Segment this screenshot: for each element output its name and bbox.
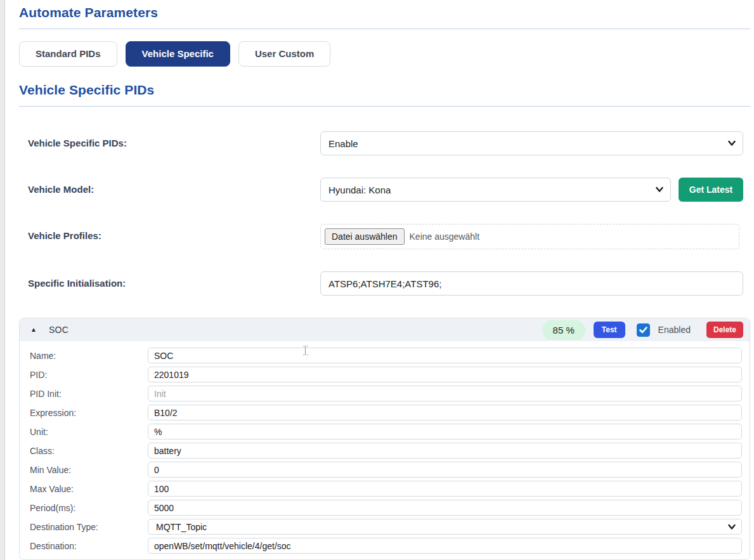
expression-label: Expression: [30, 407, 148, 418]
tab-bar: Standard PIDs Vehicle Specific User Cust… [19, 41, 750, 67]
soc-row-destination: Destination: [30, 538, 742, 554]
pid-init-input[interactable] [148, 386, 742, 401]
page-title: Automate Parameters [19, 5, 750, 20]
file-status-text: Keine ausgewählt [410, 231, 480, 242]
min-value-label: Min Value: [30, 464, 148, 475]
file-choose-button[interactable]: Datei auswählen [325, 228, 405, 245]
soc-panel-controls: 85 % Test Enabled Delete [542, 320, 743, 340]
name-label: Name: [30, 350, 148, 361]
destination-label: Destination: [30, 540, 148, 551]
soc-row-class: Class: [30, 443, 742, 459]
vehicle-profiles-file-input[interactable]: Datei auswählen Keine ausgewählt [320, 224, 739, 249]
soc-row-unit: Unit: [30, 424, 742, 440]
test-button[interactable]: Test [594, 322, 625, 338]
min-value-input[interactable] [148, 462, 742, 478]
pid-input[interactable] [148, 367, 742, 382]
destination-type-label: Destination Type: [30, 521, 148, 532]
soc-row-pid: PID: [30, 367, 742, 382]
soc-row-pid-init: PID Init: [30, 386, 742, 401]
name-input[interactable] [148, 348, 742, 363]
soc-panel: ▲ SOC 85 % Test Enabled Delete Name: PID… [19, 318, 750, 560]
class-label: Class: [30, 445, 148, 456]
soc-panel-body: Name: PID: PID Init: Expression: Unit: C [20, 341, 750, 559]
pid-label: PID: [30, 369, 148, 380]
soc-row-max-value: Max Value: [30, 481, 742, 497]
vehicle-model-select[interactable]: Hyundai: Kona [320, 178, 671, 202]
expression-input[interactable] [148, 405, 742, 420]
unit-input[interactable] [148, 424, 742, 440]
get-latest-button[interactable]: Get Latest [679, 178, 743, 202]
specific-initialisation-input[interactable] [320, 271, 743, 296]
vehicle-specific-pids-select[interactable]: Enable [320, 131, 743, 155]
soc-row-expression: Expression: [30, 405, 742, 420]
max-value-input[interactable] [148, 481, 742, 497]
period-label: Period(ms): [30, 502, 148, 513]
row-vehicle-model: Vehicle Model: Hyundai: Kona Get Latest [19, 178, 750, 202]
vehicle-profiles-label: Vehicle Profiles: [19, 224, 320, 241]
soc-panel-title: SOC [49, 325, 68, 335]
soc-row-name: Name: [30, 348, 742, 363]
destination-type-select[interactable]: MQTT_Topic [148, 519, 742, 535]
destination-input[interactable] [148, 538, 742, 554]
tab-standard-pids[interactable]: Standard PIDs [19, 41, 117, 67]
vehicle-model-label: Vehicle Model: [19, 178, 320, 195]
row-specific-initialisation: Specific Initialisation: [19, 271, 750, 296]
class-input[interactable] [148, 443, 742, 459]
unit-label: Unit: [30, 426, 148, 437]
delete-button[interactable]: Delete [706, 322, 743, 338]
specific-initialisation-label: Specific Initialisation: [19, 271, 320, 289]
soc-row-min-value: Min Value: [30, 462, 742, 478]
section-title: Vehicle Specific PIDs [19, 82, 750, 98]
soc-panel-header[interactable]: ▲ SOC 85 % Test Enabled Delete [20, 318, 750, 341]
vehicle-specific-pids-label: Vehicle Specific PIDs: [19, 131, 320, 148]
page-left-gutter [0, 0, 5, 560]
section-divider [19, 106, 750, 107]
row-vehicle-specific-pids: Vehicle Specific PIDs: Enable [19, 131, 750, 155]
tab-vehicle-specific[interactable]: Vehicle Specific [126, 41, 230, 67]
main-content: Automate Parameters Standard PIDs Vehicl… [5, 0, 754, 560]
collapse-triangle-icon[interactable]: ▲ [30, 327, 37, 333]
max-value-label: Max Value: [30, 483, 148, 494]
title-divider [19, 29, 750, 29]
row-vehicle-profiles: Vehicle Profiles: Datei auswählen Keine … [19, 224, 750, 249]
period-input[interactable] [148, 500, 742, 516]
enabled-checkbox[interactable] [637, 323, 650, 337]
soc-row-destination-type: Destination Type: MQTT_Topic [30, 519, 742, 535]
pid-init-label: PID Init: [30, 388, 148, 399]
vehicle-specific-form: Vehicle Specific PIDs: Enable Vehicle Mo… [19, 131, 750, 296]
soc-row-period: Period(ms): [30, 500, 742, 516]
check-icon [639, 327, 647, 334]
tab-user-custom[interactable]: User Custom [238, 41, 330, 67]
enabled-label: Enabled [658, 325, 691, 335]
soc-value-badge: 85 % [542, 320, 585, 340]
